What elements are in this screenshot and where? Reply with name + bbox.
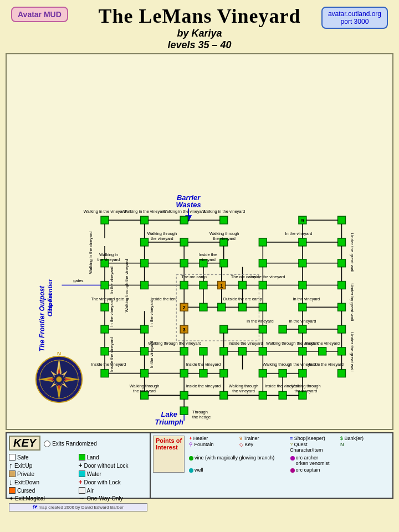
svg-text:the vineyard: the vineyard (295, 388, 318, 393)
svg-text:Outpost: Outpost (47, 293, 53, 316)
one-way-label: One-Way Only (87, 495, 123, 502)
svg-rect-92 (200, 282, 207, 289)
svg-text:3: 3 (183, 327, 186, 332)
poi-healer: + Healer (189, 436, 239, 441)
svg-rect-197 (101, 370, 109, 377)
svg-text:Walking through the vineyard: Walking through the vineyard (263, 362, 316, 367)
svg-text:Walking through: Walking through (147, 231, 177, 236)
door-no-lock-label: Door without Lock (84, 463, 129, 469)
safe-box (9, 454, 16, 461)
svg-rect-172 (200, 347, 207, 355)
private-label: Private (17, 471, 34, 477)
svg-rect-45 (141, 238, 149, 246)
svg-rect-96 (259, 282, 267, 289)
land-label: Land (87, 454, 99, 461)
svg-rect-95 (239, 282, 247, 289)
svg-text:Walking in: Walking in (99, 252, 118, 257)
svg-rect-33 (220, 216, 228, 224)
svg-text:Under by great wall: Under by great wall (350, 283, 355, 321)
svg-text:Under the great wall: Under the great wall (350, 332, 355, 371)
svg-text:Wastes: Wastes (176, 201, 201, 209)
legend-exit-up: ↑ Exit:Up (9, 461, 78, 470)
svg-text:Walking in the vineyard: Walking in the vineyard (123, 209, 166, 214)
legend-bar: KEY Exits Randomized Safe Land ↑ Exit:Up… (6, 432, 393, 499)
svg-text:Inside the vineyard: Inside the vineyard (186, 362, 221, 367)
poi-orc-captain: orc captain (290, 467, 390, 473)
svg-text:Walking through the vineyard: Walking through the vineyard (148, 341, 201, 346)
legend-cursed: Cursed (9, 487, 78, 494)
svg-text:In the vineyard: In the vineyard (109, 267, 114, 294)
poi-bank: $ Bank(er) (340, 436, 390, 441)
poi-quest: ? Quest Character/Item (290, 442, 340, 453)
door-lock-label: Door with Lock (84, 479, 121, 485)
svg-text:N: N (57, 350, 61, 356)
svg-rect-68 (220, 259, 228, 267)
exit-down-label: Exit:Down (14, 479, 39, 485)
exit-up-label: Exit:Up (14, 463, 32, 469)
svg-rect-250 (180, 407, 188, 415)
svg-text:In the vineyard: In the vineyard (293, 296, 320, 301)
svg-text:Walking in the vineyard: Walking in the vineyard (163, 209, 206, 214)
legend-land: Land (79, 454, 148, 461)
server-badge: avatar.outland.org port 3000 (321, 7, 388, 29)
svg-text:Inside the: Inside the (199, 252, 217, 257)
svg-rect-173 (220, 347, 228, 355)
svg-rect-46 (180, 238, 188, 246)
svg-text:In the vineyard: In the vineyard (109, 300, 114, 327)
svg-rect-49 (299, 238, 306, 246)
water-label: Water (87, 471, 101, 477)
legend-water: Water (79, 470, 148, 477)
svg-text:Inside the vineyard: Inside the vineyard (309, 362, 343, 367)
poi-well-label: well (195, 467, 203, 473)
svg-rect-175 (259, 347, 267, 355)
svg-rect-98 (338, 282, 346, 289)
legend-exit-magical: ✦ Exit:Magical (9, 494, 78, 502)
cursed-label: Cursed (17, 488, 35, 494)
svg-rect-48 (259, 238, 267, 246)
svg-rect-177 (319, 347, 326, 355)
poi-key: ◇ Key (239, 442, 289, 453)
svg-text:Inside the vineyard: Inside the vineyard (186, 383, 221, 388)
svg-text:Lake: Lake (161, 410, 177, 418)
svg-text:Walking through: Walking through (130, 383, 159, 388)
svg-rect-156 (338, 325, 346, 333)
svg-text:vineyard: vineyard (200, 257, 216, 262)
legend-air: Air (79, 487, 148, 494)
svg-rect-65 (141, 259, 149, 267)
svg-rect-125 (218, 303, 226, 311)
air-label: Air (87, 488, 94, 494)
svg-text:1: 1 (220, 283, 223, 289)
exit-down-icon: ↓ (9, 478, 13, 487)
svg-rect-90 (141, 282, 149, 289)
svg-rect-171 (180, 347, 188, 355)
svg-text:Inside the vineyard: Inside the vineyard (228, 341, 263, 346)
svg-rect-178 (338, 347, 346, 355)
cursed-box (9, 487, 16, 494)
poi-orc-archer: orc archerorken venomist (290, 455, 390, 466)
poi-symbols: + Healer 9 Trainer ≡ Shop(Keeper) $ Bank… (189, 436, 390, 473)
svg-rect-126 (239, 303, 247, 311)
page-header: Avatar MUD The LeMans Vineyard by Kariya… (0, 0, 399, 53)
svg-text:The Frontier Outpost: The Frontier Outpost (38, 285, 46, 351)
svg-rect-69 (259, 259, 267, 267)
svg-text:In the vineyard: In the vineyard (247, 319, 274, 324)
map-container: N Barrier Wastes The Frontier Outpost Th… (6, 53, 393, 430)
svg-text:In the vineyard: In the vineyard (149, 341, 154, 368)
private-box (9, 470, 16, 477)
exit-up-icon: ↑ (9, 461, 13, 470)
svg-rect-30 (101, 216, 109, 224)
svg-rect-228 (259, 391, 267, 399)
credit-box: 🗺 map created 2006 by David Edward Barbe… (9, 503, 147, 511)
svg-rect-203 (279, 370, 287, 377)
poi-fountain: ⚲ Fountain (189, 442, 239, 453)
exits-randomized-icon (44, 441, 50, 447)
svg-point-20 (57, 377, 62, 382)
exit-magical-icon: ✦ (9, 495, 13, 502)
legend-door-no-lock: + Door without Lock (79, 461, 148, 470)
avatar-badge: Avatar MUD (11, 7, 68, 22)
legend-door-lock: + Door with Lock (79, 478, 148, 487)
svg-rect-91 (180, 282, 188, 289)
legend-exit-down: ↓ Exit:Down (9, 478, 78, 487)
svg-text:2: 2 (183, 305, 186, 310)
svg-rect-198 (141, 370, 149, 377)
